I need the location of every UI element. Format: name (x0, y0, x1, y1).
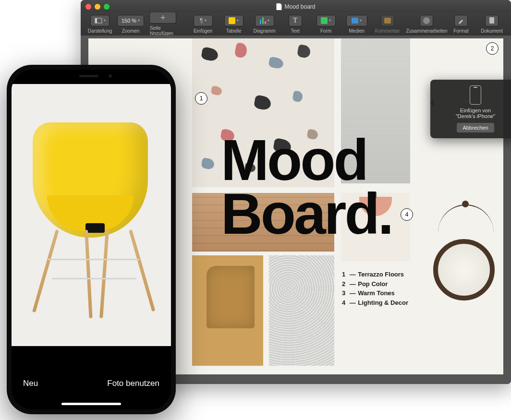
iphone-device: Neu Foto benutzen (7, 65, 176, 414)
callout-1[interactable]: 1 (195, 92, 207, 105)
callout-2[interactable]: 2 (486, 42, 499, 55)
captured-photo-preview[interactable] (12, 84, 171, 346)
table-toolbar-button[interactable]: ▾ Tabelle (219, 15, 249, 34)
chart-label: Diagramm (254, 28, 276, 34)
add-page-toolbar-button[interactable]: + Seite hinzufügen (146, 12, 180, 36)
page-heading[interactable]: Mood Board. (221, 133, 392, 240)
format-label: Format (453, 28, 469, 34)
document-label: Dokument (481, 28, 503, 34)
image-sofa[interactable] (192, 255, 263, 366)
legend[interactable]: 1 — Terrazzo Floors 2 — Pop Color 3 — Wa… (342, 270, 408, 307)
fullscreen-window-button[interactable] (104, 4, 110, 10)
iphone-notch (51, 70, 131, 83)
continuity-camera-popover: Einfügen von "Derek's iPhone" Abbrechen (430, 80, 511, 138)
minimize-window-button[interactable] (95, 4, 100, 10)
view-label: Darstellung (88, 28, 112, 34)
window-title: Mood board (276, 3, 315, 10)
insert-label: Einfügen (194, 28, 212, 34)
home-indicator[interactable] (61, 403, 121, 405)
zoom-toolbar-button[interactable]: 150 %▾ Zoomen (115, 15, 146, 34)
retake-button[interactable]: Neu (23, 379, 38, 388)
comment-toolbar-button: Kommentar (372, 15, 403, 34)
text-toolbar-button[interactable]: T Text (280, 15, 311, 34)
window-title-text: Mood board (284, 3, 315, 10)
close-window-button[interactable] (85, 4, 91, 10)
collab-label: Zusammenarbeiten (406, 28, 447, 34)
text-label: Text (291, 28, 300, 34)
image-mirror[interactable] (416, 193, 503, 366)
document-inspector-button[interactable]: Dokument (476, 15, 507, 34)
use-photo-button[interactable]: Foto benutzen (107, 379, 159, 388)
zoom-value: 150 % (122, 18, 136, 24)
iphone-outline-icon (470, 85, 481, 105)
popover-message: Einfügen von "Derek's iPhone" (436, 108, 511, 119)
view-toolbar-button[interactable]: ▾ Darstellung (85, 15, 115, 34)
add-page-label: Seite hinzufügen (150, 25, 176, 36)
shape-label: Form (320, 28, 331, 34)
insert-toolbar-button[interactable]: ¶▾ Einfügen (188, 15, 219, 34)
media-label: Medien (349, 28, 365, 34)
collaborate-toolbar-button[interactable]: Zusammenarbeiten (408, 15, 446, 34)
callout-4[interactable]: 4 (401, 208, 413, 221)
zoom-label: Zoomen (122, 28, 140, 34)
shape-toolbar-button[interactable]: ▾ Form (311, 15, 341, 34)
format-inspector-button[interactable]: Format (446, 15, 476, 34)
svg-rect-1 (95, 18, 97, 23)
chart-toolbar-button[interactable]: ▾ Diagramm (249, 15, 280, 34)
table-label: Tabelle (226, 28, 242, 34)
yellow-chair-photo (29, 122, 154, 329)
media-toolbar-button[interactable]: ▾ Medien (341, 15, 372, 34)
document-icon (276, 3, 281, 10)
window-traffic-lights (85, 4, 110, 10)
window-titlebar[interactable]: Mood board (81, 0, 511, 12)
image-fur[interactable] (269, 255, 334, 366)
toolbar: ▾ Darstellung 150 %▾ Zoomen + Seite hinz… (81, 12, 511, 36)
comment-label: Kommentar (375, 28, 400, 34)
cancel-button[interactable]: Abbrechen (457, 123, 494, 132)
